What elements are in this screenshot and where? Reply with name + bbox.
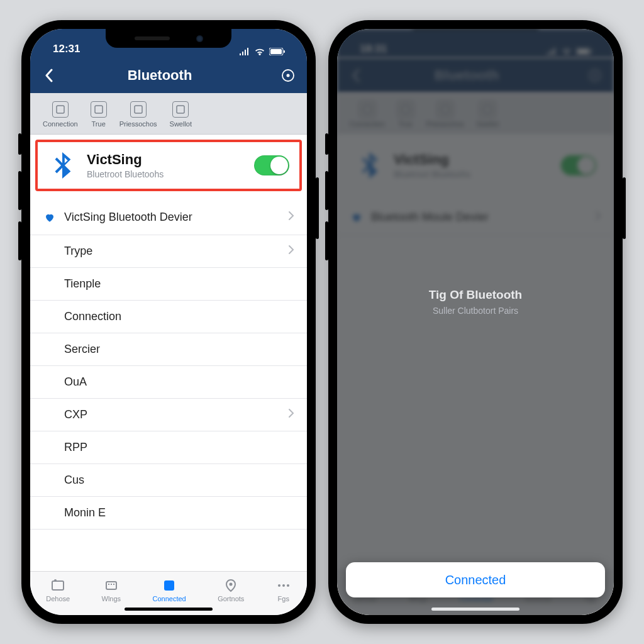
screen: 12:31 Bluetooth bbox=[30, 29, 307, 615]
modal-overlay[interactable]: Tig Of Bluetooth Suller Clutbotort Pairs… bbox=[337, 29, 614, 615]
bluetooth-master-text: VictSing Bluetroot Bluetoohs bbox=[87, 152, 164, 179]
list-item-label: Connection bbox=[64, 310, 121, 323]
two-phone-comparison: 12:31 Bluetooth bbox=[21, 20, 623, 624]
side-button bbox=[325, 133, 328, 155]
overlay-message: Tig Of Bluetooth Suller Clutbotort Pairs bbox=[337, 288, 614, 316]
battery-icon bbox=[269, 48, 286, 55]
list-item[interactable]: Tienple bbox=[30, 268, 307, 301]
list-item[interactable]: Connection bbox=[30, 301, 307, 333]
toolbar-label: True bbox=[92, 120, 106, 128]
list-item[interactable]: CXP bbox=[30, 399, 307, 431]
side-button bbox=[316, 177, 319, 239]
tab-connected[interactable]: Connected bbox=[153, 578, 186, 602]
bluetooth-master-subtitle: Bluetroot Bluetoohs bbox=[87, 169, 164, 179]
device-row[interactable]: VictSing Bluetooth Devier bbox=[30, 200, 307, 235]
tab-icon bbox=[104, 578, 119, 593]
toolbar-swellot[interactable]: Swellot bbox=[164, 101, 198, 128]
list-item-label: RPP bbox=[64, 441, 87, 454]
bluetooth-master-row[interactable]: VictSing Bluetroot Bluetoohs bbox=[35, 140, 302, 191]
header-action-button[interactable] bbox=[278, 65, 298, 86]
notch bbox=[106, 29, 231, 48]
tab-label: Connected bbox=[153, 595, 186, 602]
side-button bbox=[18, 221, 21, 260]
list-item-label: Monin E bbox=[64, 506, 106, 519]
tab-gortnots[interactable]: Gortnots bbox=[218, 578, 244, 602]
toolbar-priessochos[interactable]: Priessochos bbox=[113, 101, 164, 128]
list-item[interactable]: RPP bbox=[30, 431, 307, 464]
cellular-icon bbox=[239, 48, 250, 55]
list-item[interactable]: Trype bbox=[30, 235, 307, 268]
side-button bbox=[18, 133, 21, 155]
overlay-title: Tig Of Bluetooth bbox=[337, 288, 614, 302]
svg-rect-9 bbox=[52, 581, 64, 590]
screen: 18:31 Bluetooth Connection bbox=[337, 29, 614, 615]
tab-icon bbox=[162, 578, 177, 593]
toolbar-icon bbox=[52, 101, 69, 118]
svg-rect-1 bbox=[270, 49, 282, 54]
tab-label: Wlngs bbox=[102, 595, 121, 602]
phone-right: 18:31 Bluetooth Connection bbox=[328, 20, 623, 624]
tab-fgs[interactable]: Fgs bbox=[276, 578, 291, 602]
status-indicators bbox=[239, 48, 286, 55]
toolbar-label: Swellot bbox=[170, 120, 192, 128]
svg-rect-2 bbox=[284, 50, 285, 53]
list-item[interactable]: Monin E bbox=[30, 497, 307, 530]
svg-rect-7 bbox=[135, 106, 142, 113]
toolbar-icon bbox=[130, 101, 147, 118]
svg-rect-8 bbox=[177, 106, 184, 113]
list-item[interactable]: Sercier bbox=[30, 333, 307, 366]
tab-dehose[interactable]: Dehose bbox=[46, 578, 70, 602]
phone-left: 12:31 Bluetooth bbox=[21, 20, 316, 624]
svg-rect-5 bbox=[57, 106, 64, 113]
settings-list: VictSing Bluetooth Devier Trype Tienple … bbox=[30, 200, 307, 530]
chevron-right-icon bbox=[288, 408, 294, 421]
toolbar-icon bbox=[91, 101, 107, 118]
svg-point-10 bbox=[54, 579, 57, 582]
bluetooth-master-name: VictSing bbox=[87, 152, 164, 168]
svg-point-14 bbox=[278, 584, 280, 587]
top-toolbar: Connection True Priessochos Swellot bbox=[30, 93, 307, 135]
home-indicator[interactable] bbox=[125, 608, 213, 611]
toolbar-true[interactable]: True bbox=[84, 101, 113, 128]
list-item-label: Cus bbox=[64, 474, 84, 487]
tab-icon bbox=[276, 578, 291, 593]
tab-label: Fgs bbox=[278, 595, 289, 602]
side-button bbox=[18, 171, 21, 210]
side-button bbox=[325, 221, 328, 260]
action-sheet-label: Connected bbox=[445, 573, 506, 587]
tab-label: Gortnots bbox=[218, 595, 244, 602]
list-item[interactable]: Cus bbox=[30, 464, 307, 497]
tab-label: Dehose bbox=[46, 595, 70, 602]
list-item-label: Tienple bbox=[64, 277, 101, 291]
status-clock: 12:31 bbox=[53, 43, 80, 55]
chevron-right-icon bbox=[288, 245, 294, 258]
svg-rect-12 bbox=[164, 580, 174, 591]
action-sheet-button[interactable]: Connected bbox=[346, 562, 605, 597]
list-item-label: Sercier bbox=[64, 343, 100, 356]
tab-wings[interactable]: Wlngs bbox=[102, 578, 121, 602]
tab-icon bbox=[223, 578, 238, 593]
toolbar-label: Connection bbox=[43, 120, 78, 128]
list-item-label: Trype bbox=[64, 245, 92, 258]
bluetooth-toggle[interactable] bbox=[254, 155, 289, 175]
svg-point-4 bbox=[287, 74, 290, 77]
svg-point-15 bbox=[282, 584, 285, 587]
home-indicator[interactable] bbox=[431, 608, 519, 611]
tab-icon bbox=[50, 578, 65, 593]
page-title: Bluetooth bbox=[42, 67, 278, 84]
list-item[interactable]: OuA bbox=[30, 366, 307, 399]
list-item-label: CXP bbox=[64, 408, 87, 421]
chevron-right-icon bbox=[288, 211, 294, 224]
svg-point-16 bbox=[287, 584, 289, 587]
heart-icon bbox=[43, 212, 57, 223]
main-content: VictSing Bluetroot Bluetoohs VictSing Bl… bbox=[30, 135, 307, 571]
svg-point-13 bbox=[230, 583, 233, 586]
list-item-label: OuA bbox=[64, 375, 87, 389]
toolbar-connection[interactable]: Connection bbox=[36, 101, 84, 128]
svg-rect-6 bbox=[95, 106, 103, 113]
overlay-subtitle: Suller Clutbotort Pairs bbox=[337, 306, 614, 316]
wifi-icon bbox=[254, 48, 265, 55]
side-button bbox=[325, 171, 328, 210]
svg-rect-11 bbox=[106, 582, 116, 589]
app-header: Bluetooth bbox=[30, 58, 307, 93]
